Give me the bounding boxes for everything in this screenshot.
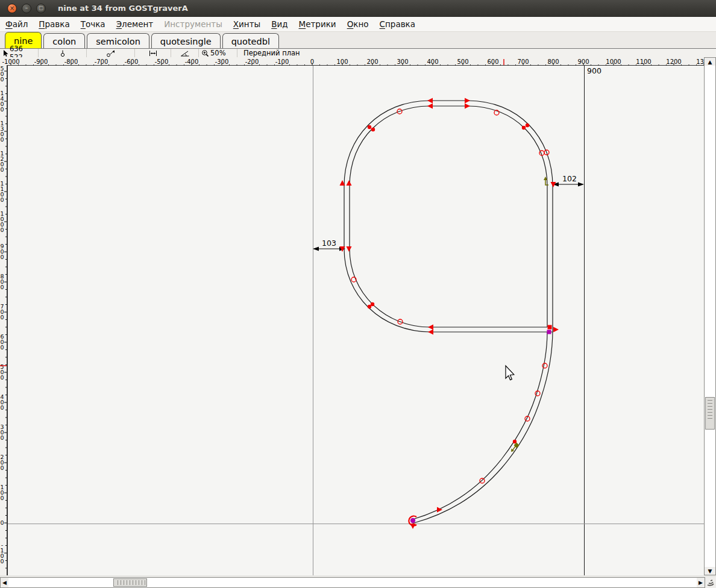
glyph-edit-canvas[interactable]: 900102103 [7,65,704,575]
svg-text:-900: -900 [34,58,48,65]
tab-quotedbl[interactable]: quotedbl [222,33,279,48]
scroll-up-icon[interactable]: ▲ [705,58,715,66]
horizontal-scroll-thumb[interactable] [113,578,147,587]
svg-text:0: 0 [0,227,4,233]
svg-text:-700: -700 [95,58,108,65]
svg-text:-300: -300 [215,58,229,65]
svg-text:0: 0 [0,404,4,411]
svg-text:600: 600 [487,58,498,65]
svg-text:-800: -800 [64,58,78,65]
menu-item-1[interactable]: Правка [33,17,75,31]
svg-text:-400: -400 [185,58,199,65]
distance-segment [135,49,171,57]
tab-semicolon[interactable]: semicolon [87,33,149,48]
scroll-down-icon[interactable]: ▼ [705,567,715,575]
svg-text:0: 0 [0,106,4,113]
svg-text:0: 0 [0,374,4,381]
svg-text:800: 800 [547,58,559,65]
svg-text:0: 0 [0,558,4,565]
distance-icon [148,49,158,57]
svg-text:-200: -200 [245,58,259,65]
menubar: ФайлПравкаТочкаЭлементИнструментыХинтыВи… [0,17,716,32]
resize-grip[interactable] [705,577,716,588]
point-icon [59,49,66,57]
menu-item-7[interactable]: Метрики [294,17,342,31]
svg-text:1100: 1100 [636,58,651,65]
svg-text:100: 100 [336,58,348,65]
cursor-position-readout: 636 522 [0,49,39,57]
svg-text:0: 0 [0,314,4,321]
svg-text:0: 0 [0,166,4,173]
point-info-segment [39,49,87,57]
horizontal-ruler[interactable]: -1000-900-800-700-600-500-400-300-200-10… [0,57,704,65]
fontforge-glyph-window: × – ▢ nine at 34 from GOSTgraverA ФайлПр… [0,0,716,588]
scroll-left-icon[interactable]: ◀ [1,578,8,587]
svg-text:300: 300 [397,58,408,65]
magnifier-icon [201,49,209,57]
svg-text:0: 0 [0,519,4,526]
svg-text:700: 700 [517,58,529,65]
svg-text:0: 0 [0,76,4,83]
minimize-icon[interactable]: – [22,4,31,13]
svg-text:-1000: -1000 [2,58,19,65]
svg-text:200: 200 [366,58,378,65]
svg-text:0: 0 [0,254,4,260]
menu-item-0[interactable]: Файл [0,17,33,31]
zoom-level: 50% [210,49,226,57]
pointer-icon [2,49,8,57]
svg-text:-500: -500 [155,58,169,65]
tab-quotesingle[interactable]: quotesingle [151,33,221,48]
menu-item-3[interactable]: Элемент [111,17,159,31]
svg-text:0: 0 [310,58,314,65]
menu-item-8[interactable]: Окно [342,17,374,31]
menu-item-2[interactable]: Точка [75,17,111,31]
angle-icon [180,49,190,57]
menu-item-9[interactable]: Справка [374,17,421,31]
svg-text:400: 400 [427,58,438,65]
info-bar: 636 522 50% Передний план [0,49,716,57]
glyph-tab-bar: ninecolonsemicolonquotesinglequotedbl [0,32,716,49]
svg-text:-100: -100 [275,58,289,65]
svg-text:0: 0 [0,344,4,351]
svg-text:0: 0 [0,495,4,501]
horizontal-scrollbar[interactable]: ◀ ▶ [0,577,705,588]
angle-segment [171,49,199,57]
svg-text:0: 0 [0,136,4,143]
menu-item-6[interactable]: Вид [266,17,293,31]
maximize-icon[interactable]: ▢ [36,4,46,13]
tab-colon[interactable]: colon [43,33,85,48]
svg-text:1200: 1200 [666,58,681,65]
scroll-right-icon[interactable]: ▶ [697,578,705,587]
svg-text:0: 0 [0,464,4,471]
svg-text:0: 0 [0,196,4,203]
svg-text:102: 102 [562,174,577,183]
svg-text:0: 0 [0,284,4,290]
vertical-scrollbar[interactable]: ▲ ▼ [704,57,716,575]
vertical-scroll-thumb[interactable] [705,397,715,430]
selected-point-icon [106,49,116,57]
svg-text:900: 900 [587,66,601,75]
svg-text:1300: 1300 [696,58,704,65]
menu-item-5[interactable]: Хинты [228,17,266,31]
active-layer-label: Передний план [237,49,328,57]
svg-text:500: 500 [457,58,468,65]
svg-text:900: 900 [577,58,589,65]
svg-text:0: 0 [0,434,4,441]
svg-text:103: 103 [322,239,336,248]
titlebar[interactable]: × – ▢ nine at 34 from GOSTgraverA [0,0,716,17]
vertical-ruler[interactable]: 1500140013001200110010009008007006005004… [0,65,7,575]
menu-item-4[interactable]: Инструменты [159,17,228,31]
window-title: nine at 34 from GOSTgraverA [58,4,188,13]
svg-text:-600: -600 [125,58,139,65]
selected-point-segment [87,49,135,57]
zoom-segment: 50% [199,49,237,57]
svg-text:1000: 1000 [606,58,621,65]
close-icon[interactable]: × [7,4,17,13]
